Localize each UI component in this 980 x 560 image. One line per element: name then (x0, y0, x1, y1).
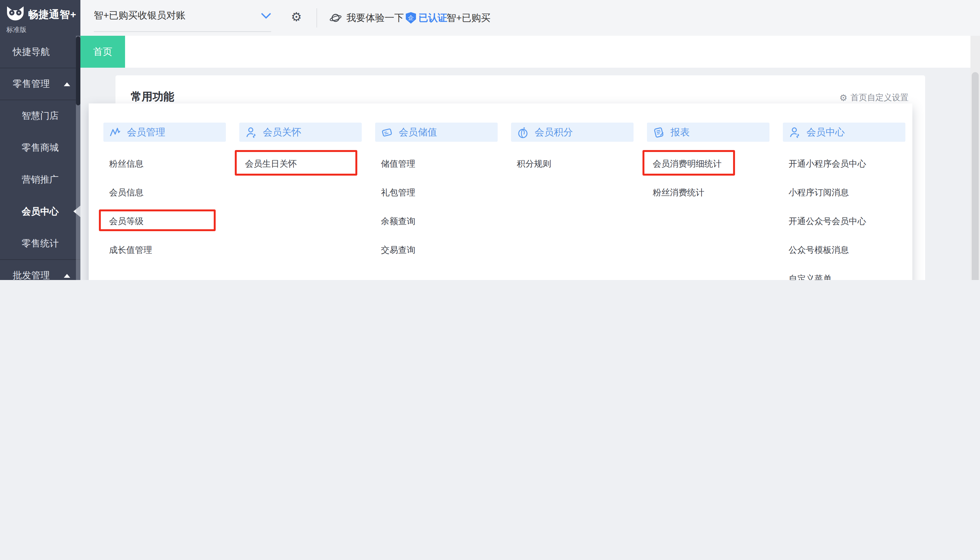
menu-column-reports: 报表 会员消费明细统计 粉丝消费统计 (647, 123, 769, 280)
certified-badge[interactable]: 企 已认证 (406, 0, 447, 36)
menu-column-stored-value: 会员储值 储值管理 礼包管理 余额查询 交易查询 (375, 123, 498, 280)
sidebar: 快捷导航 零售管理 智慧门店 零售商城 营销推广 会员中心 零售统计 批发管理 … (0, 36, 80, 280)
menu-column-member-care: 会员关怀 会员生日关怀 (239, 123, 362, 280)
sidebar-item-marketing[interactable]: 营销推广 (0, 163, 80, 195)
experience-label: 我要体验一下 (346, 12, 404, 24)
gear-icon: ⚙ (839, 93, 847, 103)
sidebar-group-wholesale[interactable]: 批发管理 (0, 259, 80, 280)
sidebar-group-retail[interactable]: 零售管理 (0, 68, 80, 100)
sidebar-item-quick-nav[interactable]: 快捷导航 (0, 36, 80, 68)
shield-icon: 企 (406, 12, 416, 23)
menu-header-member-points[interactable]: 会员积分 (511, 123, 634, 142)
caret-up-icon (64, 274, 70, 278)
edition-label: 标准版 (7, 25, 27, 35)
menu-item-member-consumption-stats[interactable]: 会员消费明细统计 (647, 149, 769, 178)
menu-item[interactable]: 粉丝消费统计 (647, 178, 769, 207)
sidebar-scrollbar-thumb[interactable] (76, 37, 80, 105)
sidebar-item-smart-store[interactable]: 智慧门店 (0, 100, 80, 132)
workspace-dropdown[interactable]: 智+已购买收银员对账 (94, 0, 271, 32)
tab-bar: 首页 (80, 36, 980, 68)
chevron-down-icon (261, 12, 271, 19)
home-custom-settings-link[interactable]: ⚙ 首页自定义设置 (839, 92, 909, 103)
menu-item[interactable]: 公众号模板消息 (783, 236, 905, 264)
menu-header-member-center[interactable]: 会员中心 (783, 123, 905, 142)
menu-item[interactable]: 储值管理 (375, 149, 498, 178)
menu-column-member-mgmt: 会员管理 粉丝信息 会员信息 会员等级 成长值管理 (103, 123, 226, 280)
menu-item-member-level[interactable]: 会员等级 (103, 207, 226, 236)
topbar-divider (316, 8, 317, 27)
sidebar-scrollbar-track[interactable] (76, 36, 80, 280)
menu-column-member-center: 会员中心 开通小程序会员中心 小程序订阅消息 开通公众号会员中心 公众号模板消息… (783, 123, 905, 280)
common-functions-title: 常用功能 (131, 89, 174, 104)
gear-icon[interactable]: ⚙ (291, 11, 302, 23)
menu-item[interactable]: 开通公众号会员中心 (783, 207, 905, 236)
top-bar: 畅捷通智+ 标准版 智+已购买收银员对账 ⚙ 我要体验一下 企 已认证 智+已购… (0, 0, 980, 36)
purchased-label: 智+已购买 (447, 0, 491, 36)
workspace-dropdown-value: 智+已购买收银员对账 (94, 10, 186, 22)
pulse-icon (109, 126, 121, 138)
sidebar-item-member-center[interactable]: 会员中心 (0, 195, 80, 227)
menu-item[interactable]: 开通小程序会员中心 (783, 149, 905, 178)
app-root: 畅捷通智+ 标准版 智+已购买收银员对账 ⚙ 我要体验一下 企 已认证 智+已购… (0, 0, 980, 280)
owl-logo-icon (6, 6, 25, 22)
sidebar-item-retail-stats[interactable]: 零售统计 (0, 227, 80, 259)
menu-header-member-mgmt[interactable]: 会员管理 (103, 123, 226, 142)
menu-column-member-points: 会员积分 积分规则 (511, 123, 634, 280)
menu-item[interactable]: 自定义菜单 (783, 264, 905, 280)
menu-header-reports[interactable]: 报表 (647, 123, 769, 142)
menu-header-stored-value[interactable]: 会员储值 (375, 123, 498, 142)
menu-item[interactable]: 交易查询 (375, 236, 498, 264)
menu-item[interactable]: 会员信息 (103, 178, 226, 207)
menu-item-birthday-care[interactable]: 会员生日关怀 (239, 149, 362, 178)
caret-up-icon (64, 82, 70, 86)
planet-icon (329, 12, 342, 24)
menu-item[interactable]: 礼包管理 (375, 178, 498, 207)
menu-item[interactable]: 小程序订阅消息 (783, 178, 905, 207)
points-icon (517, 126, 529, 138)
menu-item[interactable]: 成长值管理 (103, 236, 226, 264)
tab-home[interactable]: 首页 (80, 36, 125, 68)
stored-value-card-icon (381, 126, 393, 138)
menu-header-member-care[interactable]: 会员关怀 (239, 123, 362, 142)
menu-item[interactable]: 余额查询 (375, 207, 498, 236)
brand-logo-block[interactable]: 畅捷通智+ 标准版 (0, 0, 80, 36)
common-functions-mega-menu: 会员管理 粉丝信息 会员信息 会员等级 成长值管理 会员关怀 会员生日关怀 会员… (89, 103, 912, 280)
experience-button[interactable]: 我要体验一下 (329, 0, 404, 36)
menu-item[interactable]: 积分规则 (511, 149, 634, 178)
member-center-icon (789, 126, 801, 138)
report-icon (653, 126, 665, 138)
certified-label: 已认证 (419, 12, 447, 24)
page-scrollbar-track[interactable] (970, 36, 980, 280)
care-user-icon (245, 126, 257, 138)
sidebar-item-retail-mall[interactable]: 零售商城 (0, 132, 80, 163)
brand-name: 畅捷通智+ (28, 8, 76, 22)
menu-item[interactable]: 粉丝信息 (103, 149, 226, 178)
page-scrollbar-thumb[interactable] (972, 72, 979, 280)
